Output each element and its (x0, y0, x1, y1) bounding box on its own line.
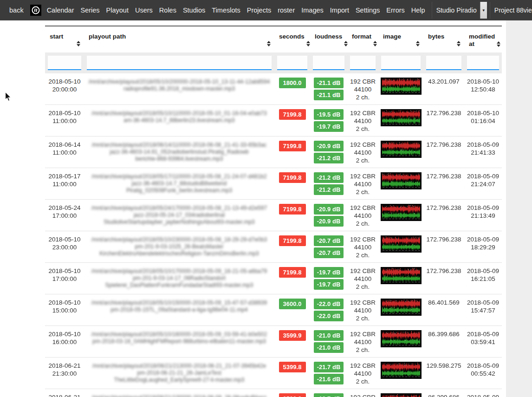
sort-icon[interactable] (267, 41, 271, 47)
cell-bytes: 86.401.569 (423, 294, 464, 326)
studio-select-value: Studio Piradio (436, 7, 477, 14)
column-header-image[interactable]: image (378, 26, 423, 52)
sort-icon[interactable] (306, 41, 310, 47)
waveform-thumbnail[interactable] (381, 78, 422, 95)
loudness-badge: -20.7 dB (314, 247, 344, 258)
cell-seconds: 3599.9 (274, 326, 310, 358)
cell-bytes: 43.201.097 (423, 73, 464, 105)
loudness-badge: -20.7 dB (314, 235, 344, 246)
nav-item-help[interactable]: Help (411, 7, 425, 14)
sort-icon[interactable] (344, 41, 348, 47)
column-header-format[interactable]: format (347, 26, 378, 52)
sort-icon[interactable] (457, 41, 461, 47)
nav-item-import[interactable]: Import (330, 7, 349, 14)
nav-item-errors[interactable]: Errors (386, 7, 404, 14)
column-header-loudness[interactable]: loudness (310, 26, 347, 52)
column-header-bytes[interactable]: bytes (423, 26, 464, 52)
loudness-badge: -19.7 dB (314, 121, 344, 132)
cell-modified-at: 2018-05-09 00:55:42 (464, 358, 502, 389)
cell-loudness: -21.7 dB -21.6 dB (310, 358, 347, 389)
table-row: 2018-06-21 21:30:00 /mnt/archive/playout… (45, 358, 502, 389)
filter-modified-input[interactable] (467, 56, 499, 70)
sort-icon[interactable] (77, 41, 80, 47)
cell-image (378, 168, 423, 200)
column-header-modified-at[interactable]: modified at (464, 26, 502, 52)
nav-item-images[interactable]: Images (301, 7, 324, 14)
loudness-badge: -21.2 dB (314, 172, 344, 183)
cell-playout-path: /mnt/archive/playout/2018/05/17/110000-2… (84, 168, 274, 200)
blurred-path-text: /mnt/archive/playout/2018/05/10/110000-2… (86, 109, 272, 124)
cell-bytes: 86.399.686 (423, 389, 464, 397)
nav-item-calendar[interactable]: Calendar (47, 7, 74, 14)
cell-seconds: 7199.8 (274, 263, 310, 294)
cell-format: 192 CBR 44100 2 ch. (347, 263, 378, 294)
column-header-seconds[interactable]: seconds (274, 26, 310, 52)
nav-item-projects[interactable]: Projects (247, 7, 271, 14)
waveform-thumbnail[interactable] (381, 204, 422, 221)
seconds-badge: 7199.8 (279, 267, 306, 278)
blurred-path-text: /mnt/archive/playout/2018/05/10/200000-2… (86, 78, 272, 92)
seconds-badge: 7199.8 (279, 172, 306, 183)
nav-item-playout[interactable]: Playout (106, 7, 129, 14)
cell-modified-at: 2018-05-10 12:50:48 (464, 73, 502, 105)
cell-start: 2018-06-21 10:00:00 (45, 389, 84, 397)
seconds-badge: 7199.8 (279, 141, 306, 151)
nav-item-users[interactable]: Users (135, 7, 153, 14)
chevron-down-icon[interactable]: ▼ (480, 2, 487, 19)
cell-start: 2018-06-21 21:30:00 (45, 358, 84, 389)
sort-icon[interactable] (373, 41, 377, 47)
waveform-thumbnail[interactable] (381, 235, 422, 253)
nav-item-series[interactable]: Series (80, 7, 99, 14)
loudness-badge: -21.1 dB (314, 90, 344, 100)
filter-bytes-input[interactable] (426, 56, 461, 70)
nav-item-settings[interactable]: Settings (356, 7, 380, 14)
seconds-badge: 5399.8 (279, 362, 306, 372)
cell-modified-at: 2018-05-09 21:13:49 (464, 200, 502, 231)
waveform-thumbnail[interactable] (381, 267, 422, 284)
column-header-start[interactable]: start (45, 26, 84, 52)
blurred-path-text: /mnt/archive/playout/2018/06/14/110000-2… (86, 141, 272, 163)
seconds-badge: 7199.8 (279, 109, 306, 120)
cell-image (378, 200, 423, 231)
loudness-badge: -19.7 dB (314, 393, 344, 397)
cell-format: 192 CBR 44100 2 ch. (347, 294, 378, 326)
filter-image-input[interactable] (381, 56, 421, 70)
sort-icon[interactable] (416, 41, 420, 47)
back-button[interactable]: back (9, 7, 24, 14)
piradio-logo-icon[interactable] (30, 5, 41, 16)
filter-loudness-input[interactable] (313, 56, 344, 70)
cell-bytes: 172.796.238 (423, 105, 464, 137)
cell-seconds: 1800.0 (274, 73, 310, 105)
waveform-thumbnail[interactable] (381, 393, 422, 397)
waveform-thumbnail[interactable] (381, 362, 422, 379)
waveform-thumbnail[interactable] (381, 299, 422, 316)
cell-seconds: 5399.8 (274, 358, 310, 389)
table-row: 2018-06-21 10:00:00 /mnt/archive/playout… (45, 389, 502, 397)
nav-item-roster[interactable]: roster (278, 7, 295, 14)
loudness-badge: -22.0 dB (314, 311, 344, 321)
filter-format-input[interactable] (350, 56, 376, 70)
header-row: start playout path seconds loudness form… (45, 26, 502, 52)
waveform-thumbnail[interactable] (381, 141, 422, 158)
cell-playout-path: /mnt/archive/playout/2018/06/21/100000-2… (84, 389, 274, 397)
table-row: 2018-06-14 11:00:00 /mnt/archive/playout… (45, 137, 502, 168)
filter-start-input[interactable] (48, 56, 81, 70)
blurred-path-text: /mnt/archive/playout/2018/05/17/110000-2… (86, 172, 272, 194)
waveform-thumbnail[interactable] (381, 330, 422, 347)
filter-seconds-input[interactable] (277, 56, 307, 70)
waveform-thumbnail[interactable] (381, 172, 422, 189)
studio-select[interactable]: Studio Piradio ▼ (432, 2, 487, 19)
nav-item-roles[interactable]: Roles (159, 7, 176, 14)
cell-loudness: -20.9 dB -20.9 dB (310, 200, 347, 231)
waveform-thumbnail[interactable] (381, 109, 422, 126)
cell-modified-at: 2018-05-10 01:16:04 (464, 105, 502, 137)
cell-loudness: -20.7 dB -20.7 dB (310, 231, 347, 263)
project-select[interactable]: Project 88vier ▼ (490, 2, 532, 19)
nav-item-timeslots[interactable]: Timeslots (212, 7, 240, 14)
sort-icon[interactable] (497, 41, 500, 48)
nav-item-studios[interactable]: Studios (183, 7, 205, 14)
filter-path-input[interactable] (87, 56, 272, 70)
column-header-playout-path[interactable]: playout path (84, 26, 274, 52)
blurred-path-text: /mnt/archive/playout/2018/05/10/160000-2… (86, 330, 272, 345)
cell-image (378, 105, 423, 137)
